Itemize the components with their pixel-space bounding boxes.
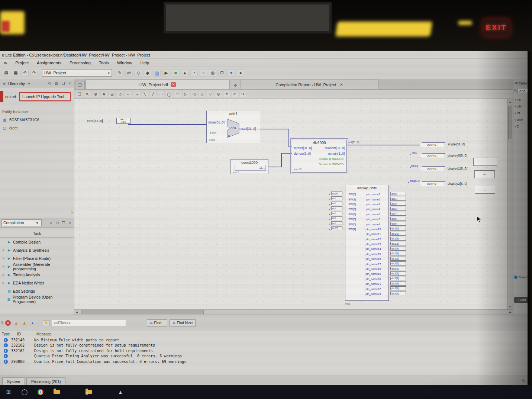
message-row[interactable]: i Quartus Prime Timing Analyzer was succ… [0,354,530,359]
line2-tool-icon[interactable]: ╱ [149,91,157,97]
wire-to-denom[interactable] [281,153,292,154]
output-pin-symbol[interactable]: OUTPUT [420,142,445,147]
scroll-left-icon[interactable]: ◀ [74,310,80,315]
dis-port-box[interactable]: dis[6] [390,222,406,226]
media-player-icon[interactable]: ▲ [116,388,125,396]
flow-selector[interactable]: Compilation [1,219,42,226]
wire-tool-icon[interactable]: ⌐ [125,91,132,97]
dis-port-box[interactable]: dis[2] [390,202,406,206]
window-titlebar[interactable]: e Lite Edition - C:/Users/oskiper.n/Desk… [0,51,530,59]
float-panel-icon[interactable] [61,220,66,225]
add-ip-button[interactable]: + Add [514,297,529,303]
output-pin-symbol[interactable]: OUTPUT [420,181,445,186]
task-row[interactable]: > ▶ EDA Netlist Writer [0,279,74,287]
assignment-editor-icon[interactable]: ◇ [135,70,142,77]
tree-project-row[interactable]: oject [2,124,74,132]
scrollbar-thumb[interactable] [81,310,204,314]
expander-icon[interactable]: > [1,273,5,277]
message-row[interactable]: i 332102 Design is not fully constrained… [0,343,530,348]
expander-icon[interactable]: > [1,248,5,252]
display8-out-port[interactable]: out [329,212,342,215]
menu-item[interactable]: Project [11,61,33,65]
pen-tool-icon[interactable]: ✎ [116,70,123,77]
dis-port-box[interactable]: dis[5] [390,217,406,221]
wire-const-rise[interactable] [281,153,282,167]
display8-out-port[interactable]: out [329,206,342,210]
placeholder-symbol[interactable]: — [474,170,495,178]
display8-out-port[interactable]: out [329,202,342,205]
tab-icon-only[interactable] [230,80,241,89]
search-icon[interactable] [47,81,52,86]
chevron-down-icon[interactable] [26,81,32,86]
display8-out-port[interactable]: out[0] [329,192,342,195]
close-icon[interactable]: ✕ [339,82,344,87]
find-button[interactable]: ∞ Find... [147,319,167,326]
dis-port-box[interactable]: dis2[6] [390,292,406,296]
task-view-icon[interactable]: ❐ [36,388,45,396]
task-row[interactable]: ▦ Program Device (Open Programmer) [0,295,74,303]
output-pin-symbol[interactable]: OUTPUT [420,166,445,171]
all-filter-label[interactable]: ll [1,321,3,325]
id-column-header[interactable]: ID [17,332,36,336]
close-icon[interactable]: ✕ [171,82,176,87]
close-icon[interactable] [67,220,72,225]
block-const1000[interactable]: const1000 11... inst1 [230,159,268,174]
find-next-button[interactable]: ∞ Find Next [170,319,196,326]
flip-vertical-icon[interactable]: ◁ [190,91,197,97]
critical-warning-filter-icon[interactable]: ▲ [21,320,27,326]
task-row[interactable]: > ▶ Assembler (Generate programming [0,263,74,271]
dis-port-box[interactable]: dis2[5] [390,286,406,290]
scroll-down-icon[interactable]: ▼ [507,304,513,309]
expander-icon[interactable]: > [1,257,5,260]
zoom-tool-icon[interactable]: ⊕ [92,91,99,97]
message-row[interactable]: i 332102 Design is not fully constrained… [0,348,530,354]
align-icon[interactable]: ≡ [223,91,230,97]
dis-port-box[interactable]: dis1[2] [390,237,406,241]
dis-port-box[interactable]: dis2[3] [390,277,406,281]
task-row[interactable]: ▤ Edit Settings [0,287,74,295]
tab-system[interactable]: System [2,377,25,385]
block-tool-icon[interactable]: ◇ [117,91,124,97]
pin-planner-icon[interactable]: ◆ [144,70,151,77]
chip-planner-icon[interactable]: ⊞ [218,70,226,77]
display8-out-port[interactable]: out [329,196,342,200]
dis-port-box[interactable]: dis[3] [390,207,406,211]
dis-port-box[interactable]: dis1[4] [390,247,406,251]
wire-const-out[interactable] [268,167,282,167]
task-row[interactable]: ▶ Compile Design [0,238,74,246]
tab-hw-project-bdf[interactable]: HW_Project.bdf ✕ [86,80,230,89]
display8-out-port[interactable]: out[7] [329,226,342,230]
dis-port-box[interactable]: dis2[4] [390,281,406,286]
pin-panel-icon[interactable] [55,220,60,225]
block-display-8bits[interactable]: display_8bits SW[0] pin_name1 SW[1] pin_… [345,185,389,301]
expander-icon[interactable]: > [1,281,5,285]
menu-item[interactable]: Tools [95,61,113,65]
dis-port-box[interactable]: dis[4] [390,212,406,216]
selection-tool-icon[interactable]: ↖ [84,91,91,97]
start-compilation-icon[interactable]: ▶ [162,70,170,77]
bus-tool-icon[interactable]: ¬ [133,91,140,97]
wire-add1-result-drop[interactable] [288,129,289,147]
dis-port-box[interactable]: dis1[5] [390,252,406,256]
symbol-tool-icon[interactable]: ⊞ [109,91,116,97]
text-tool-icon[interactable]: A [100,91,107,97]
analysis-synthesis-icon[interactable]: ▲ [181,70,188,77]
folder-icon[interactable] [100,388,109,396]
type-column-header[interactable]: Type [0,332,17,336]
open-project-icon[interactable]: ▦ [12,70,19,77]
line-tool-icon[interactable]: ╲ [141,91,148,97]
message-column-header[interactable]: Message [36,332,530,336]
globe-icon[interactable]: ◍ [209,70,216,77]
panel-collapse-arrow[interactable]: > [71,210,73,215]
block-div1000[interactable]: div1000 numer[31..0] quotient[31..0] den… [292,140,347,173]
dis-port-box[interactable]: dis[0] [390,192,406,196]
expander-icon[interactable]: > [1,265,5,268]
project-selector[interactable]: HW_Project [42,69,112,77]
wire-quotient-to-angle[interactable] [347,145,420,145]
dis-port-box[interactable]: dis[1] [390,197,406,201]
message-filter-input[interactable] [52,320,126,326]
redo-icon[interactable]: ↷ [239,91,246,97]
settings-icon[interactable]: ▥ [153,70,161,77]
funnel-icon[interactable]: ▼ [43,320,49,326]
chat-icon[interactable]: ● [237,70,244,77]
